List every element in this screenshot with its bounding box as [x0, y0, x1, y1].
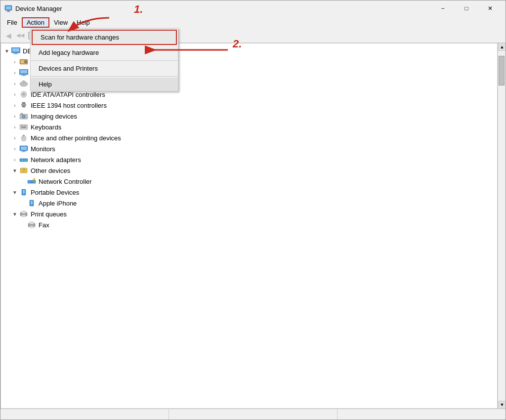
dropdown-devices-printers[interactable]: Devices and Printers: [31, 62, 178, 75]
svg-rect-36: [21, 127, 26, 128]
window-controls: − □ ✕: [431, 1, 502, 16]
dropdown-add-legacy[interactable]: Add legacy hardware: [31, 46, 178, 59]
toolbar-back[interactable]: ◀: [2, 30, 14, 42]
minimize-button[interactable]: −: [431, 1, 454, 16]
scrollbar[interactable]: ▲ ▼: [498, 43, 506, 409]
chevron-hid: ›: [11, 80, 19, 87]
menu-action[interactable]: Action: [22, 17, 49, 28]
ide-label: IDE ATA/ATAPI controllers: [31, 91, 105, 98]
dropdown-scan-hardware[interactable]: Scan for hardware changes: [32, 30, 177, 45]
iphone-label: Apple iPhone: [39, 200, 77, 207]
ieee-label: IEEE 1394 host controllers: [31, 102, 107, 109]
svg-rect-67: [30, 222, 34, 224]
toolbar-forward[interactable]: ◀◀: [14, 30, 26, 42]
svg-point-61: [31, 205, 32, 206]
icon-other: ?: [19, 167, 29, 174]
svg-point-53: [34, 181, 35, 183]
device-tree[interactable]: ▼ DESKTOP-ABC123 ›: [0, 43, 498, 409]
monitors-label: Monitors: [31, 145, 55, 153]
icon-display: [19, 69, 29, 77]
chevron-disk: ›: [11, 58, 19, 66]
svg-rect-68: [30, 226, 34, 228]
tree-item-ieee[interactable]: › IEEE 1394 host controllers: [1, 100, 497, 111]
maximize-button[interactable]: □: [455, 1, 478, 16]
close-button[interactable]: ✕: [479, 1, 502, 16]
chevron-other: ▼: [11, 167, 19, 174]
svg-rect-28: [21, 113, 23, 115]
chevron-imaging: ›: [11, 112, 19, 120]
status-section-2: [169, 409, 337, 420]
dropdown-separator-2: [31, 76, 178, 77]
chevron-monitors: ›: [11, 145, 19, 153]
scroll-thumb[interactable]: [499, 56, 505, 85]
fax-label: Fax: [39, 221, 49, 229]
svg-rect-3: [6, 11, 10, 12]
icon-disk: [19, 58, 29, 66]
svg-point-48: [26, 160, 27, 161]
svg-rect-9: [12, 48, 19, 52]
status-bar: [0, 409, 506, 420]
chevron-iphone: [19, 199, 27, 207]
device-manager-window: Device Manager − □ ✕ File Action View He…: [0, 0, 506, 420]
svg-rect-33: [22, 126, 23, 126]
svg-text:?: ?: [22, 168, 25, 173]
icon-network: [19, 156, 29, 164]
svg-rect-60: [31, 201, 33, 205]
svg-rect-42: [23, 151, 25, 152]
svg-rect-41: [21, 147, 27, 150]
tree-item-print[interactable]: ▼ Print queues: [1, 209, 497, 219]
chevron-ieee: ›: [11, 101, 19, 109]
tree-item-imaging[interactable]: › Imaging devices: [1, 111, 497, 122]
svg-rect-10: [15, 53, 17, 54]
svg-point-65: [26, 213, 27, 214]
window-icon: [4, 4, 12, 12]
icon-fax: [27, 221, 37, 229]
title-bar: Device Manager − □ ✕: [0, 0, 506, 16]
chevron-portable: ▼: [11, 188, 19, 196]
window-title: Device Manager: [15, 5, 431, 12]
tree-item-network[interactable]: › Network adapters: [1, 154, 497, 165]
menu-help[interactable]: Help: [72, 17, 94, 28]
svg-rect-18: [21, 76, 26, 76]
tree-item-iphone[interactable]: Apple iPhone: [1, 198, 497, 209]
other-label: Other devices: [31, 167, 70, 174]
svg-rect-16: [20, 70, 27, 74]
chevron-fax: [19, 221, 27, 229]
svg-rect-45: [21, 160, 22, 161]
icon-ieee: [19, 101, 29, 109]
imaging-label: Imaging devices: [31, 113, 77, 120]
dropdown-separator-1: [31, 60, 178, 61]
icon-computer: [11, 47, 21, 55]
svg-point-24: [23, 94, 24, 95]
menu-file[interactable]: File: [2, 17, 22, 28]
icon-nc: !: [27, 177, 37, 185]
svg-rect-13: [21, 60, 24, 63]
tree-item-monitors[interactable]: › Monitors: [1, 143, 497, 154]
scroll-up[interactable]: ▲: [498, 43, 506, 51]
tree-item-fax[interactable]: Fax: [1, 219, 497, 230]
svg-rect-34: [24, 126, 25, 126]
nc-label: Network Controller: [39, 178, 92, 185]
svg-rect-35: [25, 126, 26, 126]
svg-rect-46: [22, 160, 23, 161]
tree-item-portable[interactable]: ▼ Portable Devices: [1, 187, 497, 198]
svg-point-58: [23, 194, 24, 195]
chevron-keyboard: ›: [11, 123, 19, 131]
svg-text:!: !: [34, 178, 34, 181]
print-label: Print queues: [31, 210, 67, 218]
status-section-3: [337, 409, 506, 420]
action-dropdown: Scan for hardware changes Add legacy har…: [30, 28, 178, 91]
dropdown-help[interactable]: Help: [31, 78, 178, 91]
menu-view[interactable]: View: [49, 17, 72, 28]
icon-portable: [19, 188, 29, 196]
svg-point-30: [23, 116, 25, 118]
chevron-network: ›: [11, 156, 19, 164]
svg-rect-57: [23, 190, 25, 194]
icon-mice: [19, 134, 29, 142]
tree-item-other[interactable]: ▼ ? Other devices: [1, 165, 497, 176]
tree-item-network-controller[interactable]: ! Network Controller: [1, 176, 497, 187]
tree-item-mice[interactable]: › Mice and other pointing devices: [1, 132, 497, 143]
icon-ide: [19, 90, 29, 98]
tree-item-keyboard[interactable]: › Keyboards: [1, 122, 497, 132]
scroll-down[interactable]: ▼: [498, 401, 506, 409]
